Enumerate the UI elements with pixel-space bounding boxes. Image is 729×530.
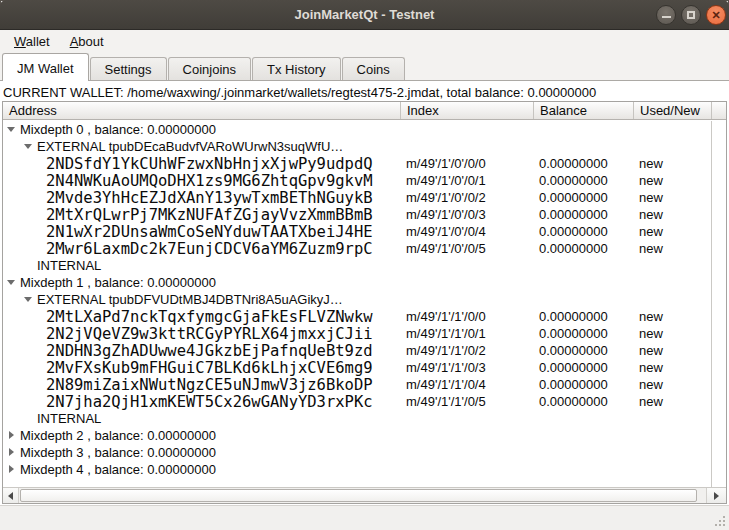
column-header-balance[interactable]: Balance — [534, 102, 634, 119]
index-cell: m/49'/1'/1'/0/3 — [401, 360, 534, 375]
address-text: 2N1wXr2DUnsaWmCoSeNYduwTAATXbeiJ4HE — [46, 223, 373, 241]
current-wallet-banner: CURRENT WALLET: /home/waxwing/.joinmarke… — [3, 85, 726, 100]
tree-row[interactable]: EXTERNAL tpubDFVUDtMBJ4DBTNri8A5uAGikyJ… — [3, 291, 726, 308]
tree-row[interactable]: 2NDSfdY1YkCUhWFzwxNbHnjxXjwPy9udpdQm/49'… — [3, 155, 726, 172]
address-cell: 2NDHN3gZhADUwwe4JGkzbEjPafnqUeBt9zd — [3, 342, 401, 360]
expand-icon[interactable] — [7, 431, 16, 440]
status-cell: new — [634, 224, 712, 239]
maximize-icon — [687, 11, 695, 19]
balance-cell: 0.00000000 — [534, 224, 634, 239]
row-label: INTERNAL — [37, 258, 101, 273]
index-cell: m/49'/1'/0'/0/0 — [401, 156, 534, 171]
address-text: 2N4NWKuAoUMQoDHX1zs9MG6ZhtqGpv9gkvM — [46, 172, 373, 190]
tree-body: Mixdepth 0 , balance: 0.00000000EXTERNAL… — [3, 121, 726, 487]
address-text: 2NDHN3gZhADUwwe4JGkzbEjPafnqUeBt9zd — [46, 342, 373, 360]
index-cell: m/49'/1'/1'/0/1 — [401, 326, 534, 341]
tree-row[interactable]: 2MvFXsKub9mFHGuiC7BLKd6kLhjxCVE6mg9m/49'… — [3, 359, 726, 376]
address-cell: 2MtLXaPd7nckTqxfymgcGjaFkEsFLVZNwkw — [3, 308, 401, 326]
address-cell: 2MtXrQLwrPj7MKzNUFAfZGjayVvzXmmBBmB — [3, 206, 401, 224]
collapse-icon[interactable] — [24, 295, 33, 304]
tree-row[interactable]: Mixdepth 0 , balance: 0.00000000 — [3, 121, 726, 138]
column-header-index[interactable]: Index — [401, 102, 534, 119]
tree-row[interactable]: Mixdepth 1 , balance: 0.00000000 — [3, 274, 726, 291]
address-text: 2MtLXaPd7nckTqxfymgcGjaFkEsFLVZNwkw — [46, 308, 373, 326]
tab-bar: JM WalletSettingsCoinjoinsTx HistoryCoin… — [0, 53, 729, 81]
address-text: 2MvFXsKub9mFHGuiC7BLKd6kLhjxCVE6mg9 — [46, 359, 373, 377]
tree-row[interactable]: INTERNAL — [3, 257, 726, 274]
tree-row[interactable]: 2NDHN3gZhADUwwe4JGkzbEjPafnqUeBt9zdm/49'… — [3, 342, 726, 359]
tab-coins[interactable]: Coins — [342, 57, 405, 81]
address-text: 2Mwr6LaxmDc2k7EunjCDCV6aYM6Zuzm9rpC — [46, 240, 373, 258]
balance-cell: 0.00000000 — [534, 377, 634, 392]
row-label: Mixdepth 0 , balance: 0.00000000 — [20, 122, 216, 137]
address-text: 2NDSfdY1YkCUhWFzwxNbHnjxXjwPy9udpdQ — [46, 155, 373, 173]
maximize-button[interactable] — [681, 5, 701, 25]
vertical-scrollbar-gutter[interactable] — [711, 121, 726, 487]
index-cell: m/49'/1'/0'/0/5 — [401, 241, 534, 256]
collapse-icon[interactable] — [7, 125, 16, 134]
title-bar[interactable]: JoinMarketQt - Testnet ✕ — [0, 0, 729, 30]
tree-row[interactable]: 2MtLXaPd7nckTqxfymgcGjaFkEsFLVZNwkwm/49'… — [3, 308, 726, 325]
menu-item-about[interactable]: About — [60, 32, 114, 51]
scroll-right-button[interactable] — [706, 488, 726, 503]
status-cell: new — [634, 156, 712, 171]
index-cell: m/49'/1'/0'/0/4 — [401, 224, 534, 239]
status-cell: new — [634, 326, 712, 341]
close-button[interactable]: ✕ — [706, 5, 726, 25]
column-header-address[interactable]: Address — [3, 102, 401, 119]
balance-cell: 0.00000000 — [534, 207, 634, 222]
status-cell: new — [634, 241, 712, 256]
tree-row[interactable]: Mixdepth 4 , balance: 0.00000000 — [3, 461, 726, 478]
horizontal-scrollbar[interactable] — [3, 487, 726, 503]
tree-row[interactable]: 2Mwr6LaxmDc2k7EunjCDCV6aYM6Zuzm9rpCm/49'… — [3, 240, 726, 257]
index-cell: m/49'/1'/0'/0/3 — [401, 207, 534, 222]
address-cell: Mixdepth 3 , balance: 0.00000000 — [3, 445, 401, 460]
tree-row[interactable]: 2N89miZaixNWutNgzCE5uNJmwV3jz6BkoDPm/49'… — [3, 376, 726, 393]
tree-row[interactable]: 2N2jVQeVZ9w3kttRCGyPYRLX64jmxxjCJiim/49'… — [3, 325, 726, 342]
address-cell: 2Mvde3YhHcEZJdXAnY13ywTxmBEThNGuykB — [3, 189, 401, 207]
expand-icon[interactable] — [7, 448, 16, 457]
address-cell: Mixdepth 0 , balance: 0.00000000 — [3, 122, 401, 137]
address-text: 2N2jVQeVZ9w3kttRCGyPYRLX64jmxxjCJii — [46, 325, 373, 343]
balance-cell: 0.00000000 — [534, 326, 634, 341]
row-label: Mixdepth 2 , balance: 0.00000000 — [20, 428, 216, 443]
collapse-icon[interactable] — [7, 278, 16, 287]
window-title: JoinMarketQt - Testnet — [0, 0, 729, 29]
tree-row[interactable]: 2N1wXr2DUnsaWmCoSeNYduwTAATXbeiJ4HEm/49'… — [3, 223, 726, 240]
address-cell: 2N89miZaixNWutNgzCE5uNJmwV3jz6BkoDP — [3, 376, 401, 394]
tab-jm-wallet[interactable]: JM Wallet — [2, 53, 89, 81]
scroll-left-button[interactable] — [3, 488, 19, 503]
tree-row[interactable]: 2Mvde3YhHcEZJdXAnY13ywTxmBEThNGuykBm/49'… — [3, 189, 726, 206]
tree-row[interactable]: EXTERNAL tpubDEcaBudvfVARoWUrwN3suqWfU… — [3, 138, 726, 155]
balance-cell: 0.00000000 — [534, 394, 634, 409]
scrollbar-track[interactable] — [19, 488, 706, 503]
address-cell: 2N4NWKuAoUMQoDHX1zs9MG6ZhtqGpv9gkvM — [3, 172, 401, 190]
minimize-button[interactable] — [656, 5, 676, 25]
balance-cell: 0.00000000 — [534, 190, 634, 205]
tree-row[interactable]: Mixdepth 2 , balance: 0.00000000 — [3, 427, 726, 444]
address-cell: EXTERNAL tpubDFVUDtMBJ4DBTNri8A5uAGikyJ… — [3, 292, 401, 307]
tree-row[interactable]: INTERNAL — [3, 410, 726, 427]
tab-coinjoins[interactable]: Coinjoins — [168, 57, 251, 81]
scrollbar-thumb[interactable] — [20, 489, 697, 502]
tree-row[interactable]: 2MtXrQLwrPj7MKzNUFAfZGjayVvzXmmBBmBm/49'… — [3, 206, 726, 223]
tab-settings[interactable]: Settings — [90, 57, 167, 81]
address-cell: 2N2jVQeVZ9w3kttRCGyPYRLX64jmxxjCJii — [3, 325, 401, 343]
tab-pane: CURRENT WALLET: /home/waxwing/.joinmarke… — [0, 80, 729, 505]
wallet-tree: AddressIndexBalanceUsed/New Mixdepth 0 ,… — [2, 101, 727, 504]
app-window: JoinMarketQt - Testnet ✕ WalletAbout JM … — [0, 0, 729, 530]
tree-row[interactable]: 2N7jha2QjH1xmKEWT5Cx26wGANyYD3rxPKcm/49'… — [3, 393, 726, 410]
column-header-used-new[interactable]: Used/New — [634, 102, 712, 119]
expand-icon[interactable] — [7, 465, 16, 474]
menu-item-wallet[interactable]: Wallet — [4, 32, 60, 51]
tab-tx-history[interactable]: Tx History — [252, 57, 341, 81]
address-cell: INTERNAL — [3, 258, 401, 273]
tree-row[interactable]: Mixdepth 3 , balance: 0.00000000 — [3, 444, 726, 461]
status-bar — [0, 505, 729, 530]
collapse-icon[interactable] — [24, 142, 33, 151]
status-cell: new — [634, 207, 712, 222]
tree-row[interactable]: 2N4NWKuAoUMQoDHX1zs9MG6ZhtqGpv9gkvMm/49'… — [3, 172, 726, 189]
status-cell: new — [634, 360, 712, 375]
address-cell: 2NDSfdY1YkCUhWFzwxNbHnjxXjwPy9udpdQ — [3, 155, 401, 173]
resize-grip-icon[interactable] — [711, 512, 725, 526]
